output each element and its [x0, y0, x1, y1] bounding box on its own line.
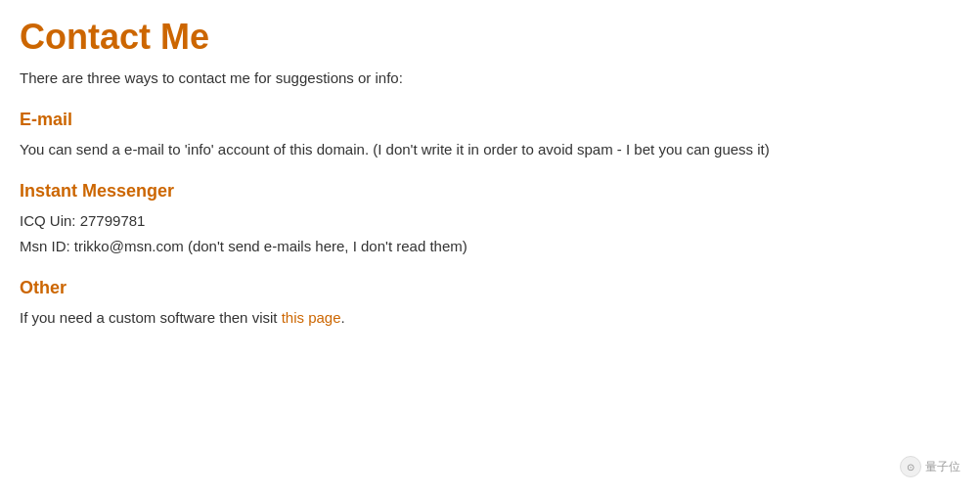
- other-description: If you need a custom software then visit…: [20, 306, 960, 330]
- other-text-after-link: .: [341, 309, 345, 326]
- intro-text: There are three ways to contact me for s…: [20, 68, 960, 90]
- watermark-text: 量子位: [925, 459, 960, 475]
- instant-messenger-section-content: ICQ Uin: 27799781 Msn ID: trikko@msn.com…: [20, 209, 960, 258]
- msn-line: Msn ID: trikko@msn.com (don't send e-mai…: [20, 235, 960, 258]
- watermark: ⊙ 量子位: [900, 456, 960, 477]
- watermark-icon: ⊙: [900, 456, 921, 477]
- other-text-before-link: If you need a custom software then visit: [20, 309, 282, 326]
- icq-line: ICQ Uin: 27799781: [20, 209, 960, 233]
- this-page-link[interactable]: this page: [282, 309, 341, 326]
- other-section-heading: Other: [20, 278, 960, 298]
- instant-messenger-section-heading: Instant Messenger: [20, 181, 960, 202]
- page-title: Contact Me: [20, 16, 960, 58]
- email-section-heading: E-mail: [20, 110, 960, 130]
- email-description: You can send a e-mail to 'info' account …: [20, 138, 960, 161]
- other-section-content: If you need a custom software then visit…: [20, 306, 960, 330]
- email-section-content: You can send a e-mail to 'info' account …: [20, 138, 960, 161]
